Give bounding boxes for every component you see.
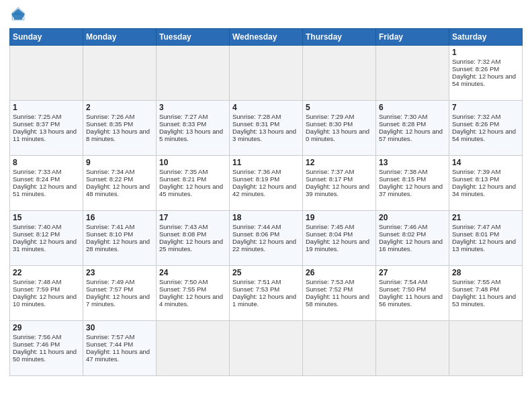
daylight-text: Daylight: 13 hours and 3 minutes.	[232, 128, 300, 142]
sunrise-text: Sunrise: 7:33 AM	[13, 168, 80, 175]
sunrise-text: Sunrise: 7:44 AM	[232, 223, 300, 230]
daylight-text: Daylight: 13 hours and 8 minutes.	[86, 128, 153, 142]
sunrise-text: Sunrise: 7:28 AM	[232, 113, 300, 120]
sunrise-text: Sunrise: 7:32 AM	[452, 58, 519, 65]
sunset-text: Sunset: 7:46 PM	[13, 340, 80, 348]
day-cell	[376, 321, 449, 376]
daylight-text: Daylight: 12 hours and 7 minutes.	[86, 293, 153, 308]
daylight-text: Daylight: 12 hours and 22 minutes.	[232, 238, 300, 253]
day-cell: 11Sunrise: 7:36 AMSunset: 8:19 PMDayligh…	[230, 156, 303, 211]
daylight-text: Daylight: 12 hours and 42 minutes.	[232, 183, 300, 197]
day-cell: 4Sunrise: 7:28 AMSunset: 8:31 PMDaylight…	[230, 101, 303, 156]
daylight-text: Daylight: 12 hours and 19 minutes.	[306, 238, 373, 253]
daylight-text: Daylight: 12 hours and 51 minutes.	[13, 183, 80, 197]
daylight-text: Daylight: 12 hours and 48 minutes.	[86, 183, 153, 197]
daylight-text: Daylight: 11 hours and 47 minutes.	[86, 348, 153, 363]
day-cell: 10Sunrise: 7:35 AMSunset: 8:21 PMDayligh…	[157, 156, 230, 211]
daylight-text: Daylight: 12 hours and 45 minutes.	[159, 183, 226, 197]
sunrise-text: Sunrise: 7:39 AM	[452, 168, 519, 175]
sunset-text: Sunset: 8:15 PM	[379, 175, 446, 183]
sunrise-text: Sunrise: 7:41 AM	[86, 223, 153, 230]
sunset-text: Sunset: 8:30 PM	[306, 120, 373, 128]
daylight-text: Daylight: 12 hours and 54 minutes.	[452, 73, 519, 87]
day-cell: 22Sunrise: 7:48 AMSunset: 7:59 PMDayligh…	[10, 266, 83, 321]
day-cell	[303, 46, 376, 101]
sunset-text: Sunset: 8:21 PM	[159, 175, 226, 183]
daylight-text: Daylight: 13 hours and 11 minutes.	[13, 128, 80, 142]
daylight-text: Daylight: 12 hours and 31 minutes.	[13, 238, 80, 253]
day-number: 13	[379, 158, 446, 167]
sunset-text: Sunset: 8:12 PM	[13, 230, 80, 238]
sunrise-text: Sunrise: 7:40 AM	[13, 223, 80, 230]
day-cell: 1Sunrise: 7:25 AMSunset: 8:37 PMDaylight…	[10, 101, 83, 156]
logo	[9, 7, 27, 24]
sunset-text: Sunset: 8:37 PM	[13, 120, 80, 128]
day-number: 19	[306, 213, 373, 222]
daylight-text: Daylight: 12 hours and 28 minutes.	[86, 238, 153, 253]
day-cell: 21Sunrise: 7:47 AMSunset: 8:01 PMDayligh…	[449, 211, 523, 266]
daylight-text: Daylight: 11 hours and 50 minutes.	[13, 348, 80, 363]
sunrise-text: Sunrise: 7:47 AM	[452, 223, 519, 230]
week-row-5: 22Sunrise: 7:48 AMSunset: 7:59 PMDayligh…	[10, 266, 523, 321]
day-cell: 8Sunrise: 7:33 AMSunset: 8:24 PMDaylight…	[10, 156, 83, 211]
day-number: 21	[452, 213, 519, 222]
day-number: 22	[13, 268, 80, 277]
col-header-friday: Friday	[376, 29, 449, 46]
day-number: 26	[306, 268, 373, 277]
daylight-text: Daylight: 13 hours and 5 minutes.	[159, 128, 226, 142]
daylight-text: Daylight: 12 hours and 37 minutes.	[379, 183, 446, 197]
sunset-text: Sunset: 7:59 PM	[13, 285, 80, 293]
day-number: 8	[13, 158, 80, 167]
day-number: 30	[86, 323, 153, 332]
day-cell	[83, 46, 157, 101]
day-number: 4	[232, 103, 300, 112]
day-number: 14	[452, 158, 519, 167]
day-cell: 7Sunrise: 7:32 AMSunset: 8:26 PMDaylight…	[449, 101, 523, 156]
sunset-text: Sunset: 7:44 PM	[86, 340, 153, 348]
day-cell: 20Sunrise: 7:46 AMSunset: 8:02 PMDayligh…	[376, 211, 449, 266]
week-row-3: 8Sunrise: 7:33 AMSunset: 8:24 PMDaylight…	[10, 156, 523, 211]
day-cell	[449, 321, 523, 376]
day-cell: 30Sunrise: 7:57 AMSunset: 7:44 PMDayligh…	[83, 321, 157, 376]
sunset-text: Sunset: 7:50 PM	[379, 285, 446, 293]
sunset-text: Sunset: 8:26 PM	[452, 120, 519, 128]
sunrise-text: Sunrise: 7:54 AM	[379, 278, 446, 285]
day-cell: 19Sunrise: 7:45 AMSunset: 8:04 PMDayligh…	[303, 211, 376, 266]
col-header-monday: Monday	[83, 29, 157, 46]
day-cell	[157, 46, 230, 101]
sunrise-text: Sunrise: 7:35 AM	[159, 168, 226, 175]
sunset-text: Sunset: 7:53 PM	[232, 285, 300, 293]
col-header-saturday: Saturday	[449, 29, 523, 46]
sunrise-text: Sunrise: 7:50 AM	[159, 278, 226, 285]
sunset-text: Sunset: 8:10 PM	[86, 230, 153, 238]
day-cell: 23Sunrise: 7:49 AMSunset: 7:57 PMDayligh…	[83, 266, 157, 321]
page-header	[9, 7, 523, 24]
week-row-2: 1Sunrise: 7:25 AMSunset: 8:37 PMDaylight…	[10, 101, 523, 156]
sunset-text: Sunset: 8:35 PM	[86, 120, 153, 128]
daylight-text: Daylight: 12 hours and 1 minute.	[232, 293, 300, 308]
day-number: 29	[13, 323, 80, 332]
day-cell: 3Sunrise: 7:27 AMSunset: 8:33 PMDaylight…	[157, 101, 230, 156]
daylight-text: Daylight: 12 hours and 4 minutes.	[159, 293, 226, 308]
day-cell: 12Sunrise: 7:37 AMSunset: 8:17 PMDayligh…	[303, 156, 376, 211]
sunset-text: Sunset: 8:13 PM	[452, 175, 519, 183]
day-cell	[230, 321, 303, 376]
daylight-text: Daylight: 12 hours and 57 minutes.	[379, 128, 446, 142]
sunrise-text: Sunrise: 7:56 AM	[13, 333, 80, 340]
day-cell: 15Sunrise: 7:40 AMSunset: 8:12 PMDayligh…	[10, 211, 83, 266]
sunset-text: Sunset: 8:28 PM	[379, 120, 446, 128]
day-number: 23	[86, 268, 153, 277]
sunset-text: Sunset: 8:24 PM	[13, 175, 80, 183]
col-header-thursday: Thursday	[303, 29, 376, 46]
daylight-text: Daylight: 12 hours and 34 minutes.	[452, 183, 519, 197]
day-number: 3	[159, 103, 226, 112]
day-number: 10	[159, 158, 226, 167]
daylight-text: Daylight: 11 hours and 56 minutes.	[379, 293, 446, 308]
sunset-text: Sunset: 8:17 PM	[306, 175, 373, 183]
day-cell: 2Sunrise: 7:26 AMSunset: 8:35 PMDaylight…	[83, 101, 157, 156]
sunrise-text: Sunrise: 7:51 AM	[232, 278, 300, 285]
day-number: 6	[379, 103, 446, 112]
sunset-text: Sunset: 8:19 PM	[232, 175, 300, 183]
day-number: 7	[452, 103, 519, 112]
sunrise-text: Sunrise: 7:53 AM	[306, 278, 373, 285]
